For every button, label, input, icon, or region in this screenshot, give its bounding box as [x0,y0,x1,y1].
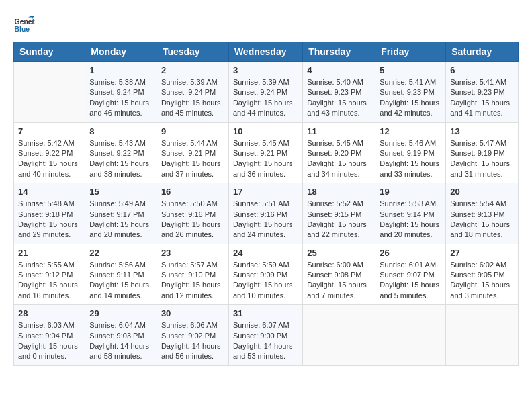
day-number: 12 [380,126,441,136]
day-number: 5 [380,65,441,75]
weekday-header-tuesday: Tuesday [157,42,228,62]
calendar-cell: 6Sunrise: 5:41 AMSunset: 9:23 PMDaylight… [446,62,519,123]
day-info: Sunrise: 5:41 AMSunset: 9:23 PMDaylight:… [380,77,441,119]
weekday-header-monday: Monday [85,42,157,62]
weekday-header-wednesday: Wednesday [228,42,302,62]
day-number: 8 [89,126,152,136]
calendar-cell: 29Sunrise: 6:04 AMSunset: 9:03 PMDayligh… [85,305,157,366]
day-number: 21 [18,248,81,258]
calendar-cell: 16Sunrise: 5:50 AMSunset: 9:16 PMDayligh… [157,183,228,244]
day-number: 9 [161,126,224,136]
day-info: Sunrise: 5:38 AMSunset: 9:24 PMDaylight:… [89,77,152,119]
calendar-cell: 22Sunrise: 5:56 AMSunset: 9:11 PMDayligh… [85,244,157,305]
day-info: Sunrise: 6:02 AMSunset: 9:05 PMDaylight:… [450,260,514,302]
weekday-header-saturday: Saturday [446,42,519,62]
day-number: 31 [233,308,298,318]
svg-text:Blue: Blue [15,26,30,33]
calendar-cell: 21Sunrise: 5:55 AMSunset: 9:12 PMDayligh… [14,244,85,305]
calendar-cell: 10Sunrise: 5:45 AMSunset: 9:21 PMDayligh… [228,122,302,183]
day-number: 4 [307,65,371,75]
calendar-cell: 11Sunrise: 5:45 AMSunset: 9:20 PMDayligh… [303,122,375,183]
week-row-1: 1Sunrise: 5:38 AMSunset: 9:24 PMDaylight… [14,62,519,123]
week-row-4: 21Sunrise: 5:55 AMSunset: 9:12 PMDayligh… [14,244,519,305]
weekday-header-thursday: Thursday [303,42,375,62]
day-info: Sunrise: 5:50 AMSunset: 9:16 PMDaylight:… [161,199,224,240]
calendar-cell [446,305,519,366]
day-info: Sunrise: 5:59 AMSunset: 9:09 PMDaylight:… [233,260,298,302]
calendar-cell: 18Sunrise: 5:52 AMSunset: 9:15 PMDayligh… [303,183,375,244]
logo-icon: General Blue [13,13,35,35]
calendar-cell: 2Sunrise: 5:39 AMSunset: 9:24 PMDaylight… [157,62,228,123]
day-number: 11 [307,126,371,136]
day-info: Sunrise: 6:04 AMSunset: 9:03 PMDaylight:… [89,320,152,362]
day-info: Sunrise: 6:07 AMSunset: 9:00 PMDaylight:… [233,320,298,362]
day-number: 25 [307,248,371,258]
day-number: 10 [233,126,298,136]
calendar-cell: 15Sunrise: 5:49 AMSunset: 9:17 PMDayligh… [85,183,157,244]
day-info: Sunrise: 5:54 AMSunset: 9:13 PMDaylight:… [450,199,514,240]
week-row-5: 28Sunrise: 6:03 AMSunset: 9:04 PMDayligh… [14,305,519,366]
day-number: 22 [89,248,152,258]
calendar-cell: 26Sunrise: 6:01 AMSunset: 9:07 PMDayligh… [375,244,446,305]
day-info: Sunrise: 5:53 AMSunset: 9:14 PMDaylight:… [380,199,441,240]
day-number: 16 [161,187,224,197]
day-info: Sunrise: 5:45 AMSunset: 9:20 PMDaylight:… [307,138,371,180]
calendar-cell [375,305,446,366]
page-header: General Blue [13,13,519,35]
day-number: 29 [89,308,152,318]
calendar-cell: 19Sunrise: 5:53 AMSunset: 9:14 PMDayligh… [375,183,446,244]
day-number: 20 [450,187,514,197]
day-info: Sunrise: 5:55 AMSunset: 9:12 PMDaylight:… [18,260,81,302]
day-info: Sunrise: 6:03 AMSunset: 9:04 PMDaylight:… [18,320,81,362]
day-info: Sunrise: 5:42 AMSunset: 9:22 PMDaylight:… [18,138,81,180]
day-number: 30 [161,308,224,318]
day-info: Sunrise: 5:46 AMSunset: 9:19 PMDaylight:… [380,138,441,180]
day-number: 1 [89,65,152,75]
day-info: Sunrise: 5:56 AMSunset: 9:11 PMDaylight:… [89,260,152,302]
calendar-cell: 1Sunrise: 5:38 AMSunset: 9:24 PMDaylight… [85,62,157,123]
day-number: 14 [18,187,81,197]
day-info: Sunrise: 5:52 AMSunset: 9:15 PMDaylight:… [307,199,371,240]
calendar-cell: 24Sunrise: 5:59 AMSunset: 9:09 PMDayligh… [228,244,302,305]
day-number: 26 [380,248,441,258]
day-number: 28 [18,308,81,318]
calendar-cell: 25Sunrise: 6:00 AMSunset: 9:08 PMDayligh… [303,244,375,305]
day-info: Sunrise: 5:49 AMSunset: 9:17 PMDaylight:… [89,199,152,240]
calendar-cell: 20Sunrise: 5:54 AMSunset: 9:13 PMDayligh… [446,183,519,244]
week-row-3: 14Sunrise: 5:48 AMSunset: 9:18 PMDayligh… [14,183,519,244]
day-info: Sunrise: 5:43 AMSunset: 9:22 PMDaylight:… [89,138,152,180]
day-info: Sunrise: 5:39 AMSunset: 9:24 PMDaylight:… [233,77,298,119]
day-number: 24 [233,248,298,258]
calendar-cell: 28Sunrise: 6:03 AMSunset: 9:04 PMDayligh… [14,305,85,366]
logo: General Blue [13,13,38,35]
calendar-cell: 4Sunrise: 5:40 AMSunset: 9:23 PMDaylight… [303,62,375,123]
calendar-cell: 7Sunrise: 5:42 AMSunset: 9:22 PMDaylight… [14,122,85,183]
calendar-cell [14,62,85,123]
svg-marker-3 [28,16,34,17]
day-info: Sunrise: 5:41 AMSunset: 9:23 PMDaylight:… [450,77,514,119]
day-number: 19 [380,187,441,197]
day-number: 18 [307,187,371,197]
calendar-cell [303,305,375,366]
day-number: 3 [233,65,298,75]
day-info: Sunrise: 5:45 AMSunset: 9:21 PMDaylight:… [233,138,298,180]
weekday-header-row: SundayMondayTuesdayWednesdayThursdayFrid… [14,42,519,62]
day-number: 7 [18,126,81,136]
svg-text:General: General [15,18,35,26]
calendar-cell: 12Sunrise: 5:46 AMSunset: 9:19 PMDayligh… [375,122,446,183]
day-info: Sunrise: 6:00 AMSunset: 9:08 PMDaylight:… [307,260,371,302]
calendar-cell: 30Sunrise: 6:06 AMSunset: 9:02 PMDayligh… [157,305,228,366]
calendar-cell: 5Sunrise: 5:41 AMSunset: 9:23 PMDaylight… [375,62,446,123]
calendar-cell: 14Sunrise: 5:48 AMSunset: 9:18 PMDayligh… [14,183,85,244]
weekday-header-friday: Friday [375,42,446,62]
day-number: 6 [450,65,514,75]
calendar-cell: 3Sunrise: 5:39 AMSunset: 9:24 PMDaylight… [228,62,302,123]
day-info: Sunrise: 5:40 AMSunset: 9:23 PMDaylight:… [307,77,371,119]
calendar-cell: 17Sunrise: 5:51 AMSunset: 9:16 PMDayligh… [228,183,302,244]
calendar-cell: 9Sunrise: 5:44 AMSunset: 9:21 PMDaylight… [157,122,228,183]
day-number: 27 [450,248,514,258]
day-info: Sunrise: 6:06 AMSunset: 9:02 PMDaylight:… [161,320,224,362]
calendar-table: SundayMondayTuesdayWednesdayThursdayFrid… [13,42,519,366]
weekday-header-sunday: Sunday [14,42,85,62]
day-number: 13 [450,126,514,136]
